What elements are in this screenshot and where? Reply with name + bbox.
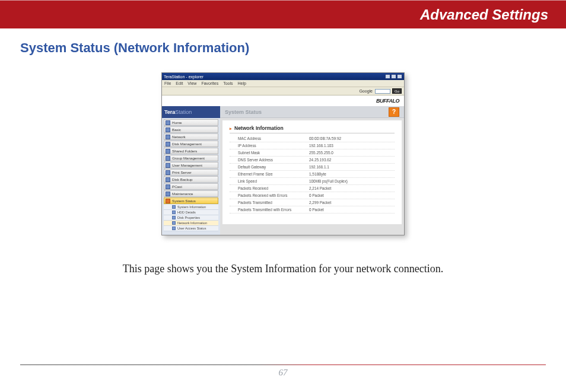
embedded-screenshot: TeraStation - explorer File Edit View Fa… [161, 72, 405, 235]
nav-user-management[interactable]: User Management [164, 162, 218, 168]
row-value: 0 Packet [309, 193, 395, 197]
info-row-pkts-tx: Packets Transmitted2,299 Packet [230, 199, 395, 206]
maintenance-icon [166, 192, 170, 196]
net-info-icon [172, 221, 176, 225]
nav-maintenance[interactable]: Maintenance [164, 190, 218, 197]
subnav-label: System Information [177, 205, 206, 209]
info-row-mac: MAC Address00:0D:0B:7A:59:92 [230, 135, 395, 142]
maximize-button[interactable] [391, 74, 396, 79]
row-label: MAC Address [238, 136, 309, 141]
page-number: 67 [20, 368, 546, 378]
info-row-pkts-rx-err: Packets Received with Errors0 Packet [230, 192, 395, 199]
nav-print-server[interactable]: Print Server [164, 169, 218, 176]
row-value: 24.25.193.62 [309, 158, 395, 162]
search-box: Google Go [359, 88, 402, 94]
nav-label: Disk Management [172, 142, 202, 146]
disk-prop-icon [172, 216, 176, 219]
nav-home[interactable]: Home [164, 119, 218, 126]
info-icon [172, 205, 176, 209]
subnav-disk-properties[interactable]: Disk Properties [164, 215, 218, 221]
nav-label: Home [172, 120, 182, 125]
info-row-frame: Ethernet Frame Size1,518Byte [230, 171, 395, 178]
menu-edit[interactable]: Edit [176, 81, 183, 85]
app-body: TeraStation Home Basic Network Disk Mana… [162, 106, 404, 235]
row-label: Packets Transmitted [238, 200, 309, 205]
sidebar: TeraStation Home Basic Network Disk Mana… [162, 106, 220, 235]
row-label: Subnet Mask [238, 151, 309, 155]
network-icon [166, 135, 170, 139]
nav-list: Home Basic Network Disk Management Share… [162, 118, 220, 235]
folder-icon [166, 149, 170, 154]
row-value: 100MB ps(Full Duplex) [309, 179, 395, 183]
nav-label: Shared Folders [172, 149, 197, 153]
user-icon [166, 163, 170, 168]
menu-tools[interactable]: Tools [223, 81, 233, 85]
brand-row: BUFFALO [162, 95, 404, 106]
nav-system-status[interactable]: System Status [164, 197, 218, 204]
row-label: Packets Received with Errors [238, 193, 309, 197]
subnav-hdd-details[interactable]: HDD Details [164, 210, 218, 215]
menu-view[interactable]: View [187, 81, 196, 85]
hdd-icon [172, 211, 176, 214]
help-icon[interactable]: ? [389, 107, 399, 117]
nav-basic[interactable]: Basic [164, 126, 218, 133]
info-row-linkspeed: Link Speed100MB ps(Full Duplex) [230, 178, 395, 185]
nav-label: Basic [172, 128, 181, 132]
nav-label: Disk Backup [172, 177, 192, 181]
nav-disk-backup[interactable]: Disk Backup [164, 176, 218, 183]
nav-shared-folders[interactable]: Shared Folders [164, 148, 218, 154]
nav-label: Network [172, 135, 186, 139]
panel-heading: Network Information [230, 125, 395, 133]
nav-label: Maintenance [172, 192, 193, 196]
search-input[interactable] [375, 89, 390, 94]
browser-toolbar: Google Go [162, 87, 404, 95]
basic-icon [166, 128, 170, 132]
access-icon [172, 227, 176, 230]
nav-label: Print Server [172, 170, 192, 174]
menu-favorites[interactable]: Favorites [201, 81, 218, 85]
page-footer: 67 [20, 364, 546, 378]
row-label: IP Address [238, 144, 309, 148]
menu-file[interactable]: File [164, 81, 171, 85]
nav-pcast[interactable]: PCast [164, 183, 218, 190]
menu-help[interactable]: Help [238, 81, 246, 85]
go-button[interactable]: Go [392, 88, 402, 94]
footer-rule [20, 364, 546, 365]
buffalo-logo: BUFFALO [376, 98, 399, 104]
nav-label: Group Management [172, 156, 205, 160]
status-icon [166, 199, 170, 203]
subnav-label: Network Information [177, 221, 207, 225]
document-header-title: Advanced Settings [420, 7, 548, 23]
subnav-network-information[interactable]: Network Information [164, 221, 218, 226]
row-value: 255.255.255.0 [309, 151, 395, 155]
info-row-dns: DNS Server Address24.25.193.62 [230, 157, 395, 164]
row-value: 2,214 Packet [309, 186, 395, 190]
backup-icon [166, 177, 170, 182]
nav-disk-management[interactable]: Disk Management [164, 141, 218, 147]
info-row-gateway: Default Gateway192.168.1.1 [230, 164, 395, 171]
printer-icon [166, 170, 170, 175]
minimize-button[interactable] [385, 74, 390, 79]
screenshot-container: TeraStation - explorer File Edit View Fa… [0, 72, 566, 235]
row-label: Packets Transmitted with Errors [238, 208, 309, 212]
info-row-pkts-tx-err: Packets Transmitted with Errors0 Packet [230, 206, 395, 213]
pcast-icon [166, 184, 170, 189]
home-icon [166, 120, 170, 125]
subnav-label: HDD Details [177, 211, 196, 214]
main-panel: System Status ? Network Information MAC … [220, 106, 404, 235]
window-controls [385, 74, 402, 79]
logo-tera: Tera [164, 109, 175, 115]
subnav-user-access-status[interactable]: User Access Status [164, 226, 218, 231]
section-title: System Status (Network Information) [20, 40, 566, 56]
nav-group-management[interactable]: Group Management [164, 155, 218, 161]
row-value: 2,299 Packet [309, 200, 395, 205]
nav-label: PCast [172, 184, 182, 189]
search-label: Google [359, 89, 373, 93]
row-label: Link Speed [238, 179, 309, 183]
nav-label: User Management [172, 163, 202, 167]
browser-menubar: File Edit View Favorites Tools Help [162, 80, 404, 87]
row-value: 192.168.1.103 [309, 144, 395, 148]
close-button[interactable] [397, 74, 402, 79]
subnav-system-information[interactable]: System Information [164, 205, 218, 210]
nav-network[interactable]: Network [164, 133, 218, 140]
